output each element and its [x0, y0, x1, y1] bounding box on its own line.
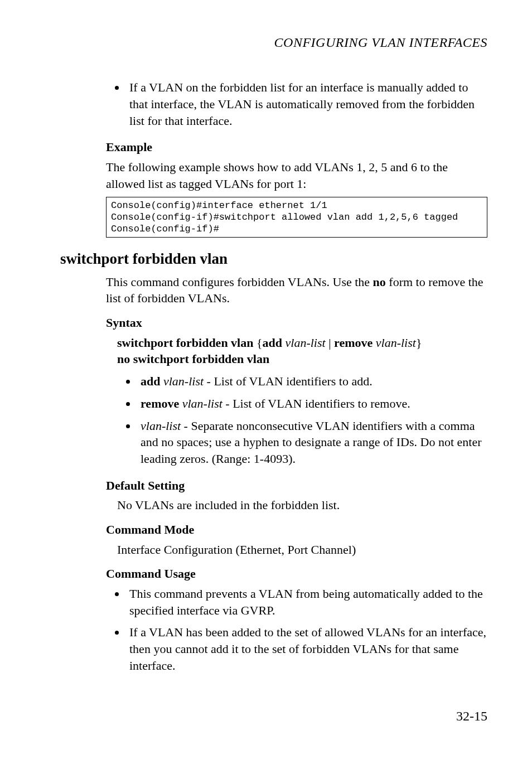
list-item: vlan-list - Separate nonconsecutive VLAN…: [137, 418, 487, 467]
bold-text: no switchport forbidden vlan: [117, 352, 269, 366]
example-heading: Example: [106, 139, 487, 156]
command-usage-heading: Command Usage: [106, 565, 487, 582]
top-bullet-list: If a VLAN on the forbidden list for an i…: [106, 79, 487, 129]
section-title: switchport forbidden vlan: [60, 249, 487, 269]
text: }: [416, 336, 422, 350]
italic-text: vlan-list: [163, 374, 204, 388]
running-header: CONFIGURING VLAN INTERFACES: [60, 33, 487, 51]
syntax-heading: Syntax: [106, 315, 487, 331]
text: This command configures forbidden VLANs.…: [106, 275, 373, 289]
page-number: 32-15: [60, 707, 487, 725]
text: - List of VLAN identifiers to remove.: [223, 396, 410, 410]
italic-text: vlan-list: [141, 419, 181, 433]
command-usage-list: This command prevents a VLAN from being …: [106, 586, 487, 674]
command-mode-heading: Command Mode: [106, 521, 487, 538]
section-intro: This command configures forbidden VLANs.…: [106, 274, 487, 307]
italic-text: vlan-list: [286, 336, 326, 350]
italic-text: vlan-list: [376, 336, 416, 350]
bold-text: add: [263, 336, 282, 350]
syntax-line: switchport forbidden vlan {add vlan-list…: [117, 335, 487, 351]
text: - List of VLAN identifiers to add.: [204, 374, 373, 388]
code-block: Console(config)#interface ethernet 1/1 C…: [106, 197, 487, 238]
list-item: This command prevents a VLAN from being …: [126, 586, 487, 618]
bold-text: no: [373, 275, 386, 289]
bold-text: switchport forbidden vlan: [117, 336, 253, 350]
text: {: [253, 336, 262, 350]
list-item: add vlan-list - List of VLAN identifiers…: [137, 373, 487, 390]
italic-text: vlan-list: [182, 396, 223, 410]
command-mode-text: Interface Configuration (Ethernet, Port …: [117, 541, 487, 558]
bold-text: remove: [334, 336, 373, 350]
list-item: remove vlan-list - List of VLAN identifi…: [137, 395, 487, 412]
bold-text: remove: [141, 396, 179, 410]
default-setting-heading: Default Setting: [106, 477, 487, 494]
syntax-option-list: add vlan-list - List of VLAN identifiers…: [117, 373, 487, 467]
list-item: If a VLAN has been added to the set of a…: [126, 624, 487, 674]
example-intro: The following example shows how to add V…: [106, 159, 487, 192]
text: |: [326, 336, 334, 350]
list-item: If a VLAN on the forbidden list for an i…: [126, 79, 487, 129]
bold-text: add: [141, 374, 160, 388]
syntax-line: no switchport forbidden vlan: [117, 351, 487, 367]
default-setting-text: No VLANs are included in the forbidden l…: [117, 497, 487, 514]
text: - Separate nonconsecutive VLAN identifie…: [141, 419, 482, 466]
